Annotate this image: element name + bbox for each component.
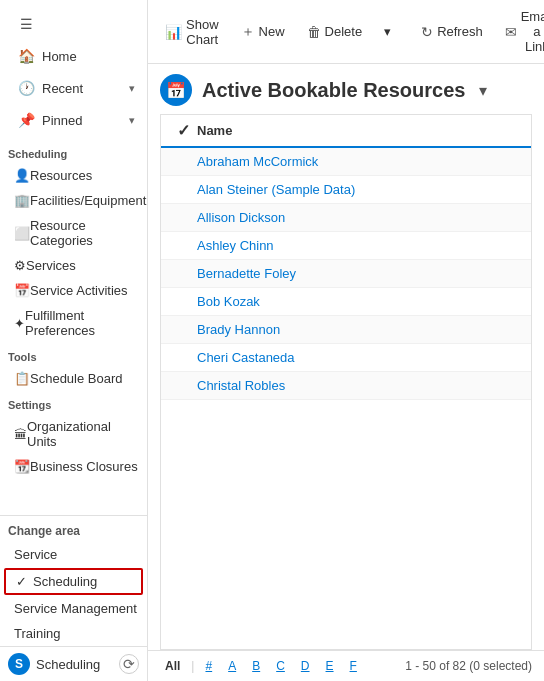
row-name[interactable]: Ashley Chinn [197, 238, 274, 253]
schedule-board-icon: 📋 [14, 371, 30, 386]
sidebar-item-schedule-board-label: Schedule Board [30, 371, 123, 386]
service-label: Service [14, 547, 57, 562]
sidebar-item-resources-label: Resources [30, 168, 92, 183]
hamburger-menu[interactable]: ☰ [8, 8, 143, 40]
row-name[interactable]: Cheri Castaneda [197, 350, 295, 365]
page-header: 📅 Active Bookable Resources ▾ [148, 64, 544, 114]
nav-recent-label: Recent [42, 81, 83, 96]
column-name-header: Name [197, 123, 232, 138]
sidebar-item-resource-categories[interactable]: ⬜ Resource Categories [0, 213, 147, 253]
training-label: Training [14, 626, 60, 641]
business-closures-icon: 📆 [14, 459, 30, 474]
email-link-label: Email a Link [521, 9, 544, 54]
table-row[interactable]: Allison Dickson [161, 204, 531, 232]
chart-icon: 📊 [165, 24, 182, 40]
filter-b-button[interactable]: B [247, 657, 265, 675]
filter-c-button[interactable]: C [271, 657, 290, 675]
table-row[interactable]: Alan Steiner (Sample Data) [161, 176, 531, 204]
sidebar-top: ☰ 🏠 Home 🕐 Recent ▾ 📌 Pinned ▾ [0, 0, 147, 140]
sidebar-bottom: Change area Service ✓ Scheduling Service… [0, 515, 147, 681]
sidebar-item-business-closures[interactable]: 📆 Business Closures [0, 454, 147, 479]
area-item-service-management[interactable]: Service Management [0, 596, 147, 621]
main-content: 📊 Show Chart ＋ New 🗑 Delete ▾ ↻ Refresh … [148, 0, 544, 681]
pagination-bar: All | # A B C D E F 1 - 50 of 82 (0 sele… [148, 650, 544, 681]
table-row[interactable]: Bob Kozak [161, 288, 531, 316]
refresh-button[interactable]: ↻ Refresh [412, 19, 492, 45]
new-label: New [259, 24, 285, 39]
row-name[interactable]: Brady Hannon [197, 322, 280, 337]
data-table: ✓ Name Abraham McCormick Alan Steiner (S… [160, 114, 532, 650]
table-row[interactable]: Cheri Castaneda [161, 344, 531, 372]
header-check-col: ✓ [169, 121, 197, 140]
page-title-chevron-icon[interactable]: ▾ [479, 81, 487, 100]
header-checkmark-icon: ✓ [177, 121, 190, 140]
facilities-icon: 🏢 [14, 193, 30, 208]
table-row[interactable]: Abraham McCormick [161, 148, 531, 176]
row-name[interactable]: Abraham McCormick [197, 154, 318, 169]
sidebar-item-fulfillment-preferences[interactable]: ✦ Fulfillment Preferences [0, 303, 147, 343]
scheduling-area-label: Scheduling [33, 574, 97, 589]
service-activities-icon: 📅 [14, 283, 30, 298]
table-header-row: ✓ Name [161, 115, 531, 148]
recent-icon: 🕐 [16, 78, 36, 98]
expand-icon[interactable]: ⟳ [119, 654, 139, 674]
change-area-label: Change area [0, 516, 147, 542]
sidebar-item-resources[interactable]: 👤 Resources [0, 163, 147, 188]
email-icon: ✉ [505, 24, 517, 40]
row-name[interactable]: Bob Kozak [197, 294, 260, 309]
scheduling-avatar: S [8, 653, 30, 675]
refresh-label: Refresh [437, 24, 483, 39]
sidebar-item-schedule-board[interactable]: 📋 Schedule Board [0, 366, 147, 391]
email-link-button[interactable]: ✉ Email a Link [496, 4, 544, 59]
pin-icon: 📌 [16, 110, 36, 130]
filter-f-button[interactable]: F [345, 657, 362, 675]
page-icon-glyph: 📅 [166, 81, 186, 100]
nav-recent[interactable]: 🕐 Recent ▾ [8, 72, 143, 104]
nav-home[interactable]: 🏠 Home [8, 40, 143, 72]
check-icon: ✓ [16, 574, 27, 589]
filter-a-button[interactable]: A [223, 657, 241, 675]
row-name[interactable]: Allison Dickson [197, 210, 285, 225]
area-item-scheduling[interactable]: ✓ Scheduling [4, 568, 143, 595]
table-row[interactable]: Ashley Chinn [161, 232, 531, 260]
sidebar-item-service-activities[interactable]: 📅 Service Activities [0, 278, 147, 303]
delete-button[interactable]: 🗑 Delete [298, 19, 372, 45]
resource-categories-icon: ⬜ [14, 226, 30, 241]
sidebar-item-business-closures-label: Business Closures [30, 459, 138, 474]
sidebar-item-facilities-label: Facilities/Equipment [30, 193, 146, 208]
delete-icon: 🗑 [307, 24, 321, 40]
table-row[interactable]: Brady Hannon [161, 316, 531, 344]
home-icon: 🏠 [16, 46, 36, 66]
sidebar-item-facilities[interactable]: 🏢 Facilities/Equipment [0, 188, 147, 213]
show-chart-label: Show Chart [186, 17, 219, 47]
settings-section-header: Settings [0, 391, 147, 414]
filter-hash-button[interactable]: # [200, 657, 217, 675]
alpha-sep: | [191, 659, 194, 673]
delete-dropdown-button[interactable]: ▾ [375, 19, 400, 44]
show-chart-button[interactable]: 📊 Show Chart [156, 12, 228, 52]
dropdown-chevron-icon: ▾ [384, 24, 391, 39]
recent-chevron-icon: ▾ [129, 82, 135, 95]
sidebar-item-org-units-label: Organizational Units [27, 419, 139, 449]
delete-label: Delete [325, 24, 363, 39]
row-name[interactable]: Alan Steiner (Sample Data) [197, 182, 355, 197]
area-item-training[interactable]: Training [0, 621, 147, 646]
area-item-service[interactable]: Service [0, 542, 147, 567]
filter-e-button[interactable]: E [321, 657, 339, 675]
row-name[interactable]: Bernadette Foley [197, 266, 296, 281]
table-row[interactable]: Christal Robles [161, 372, 531, 400]
table-row[interactable]: Bernadette Foley [161, 260, 531, 288]
sidebar-item-org-units[interactable]: 🏛 Organizational Units [0, 414, 147, 454]
hamburger-icon: ☰ [16, 14, 36, 34]
page-icon: 📅 [160, 74, 192, 106]
sidebar-item-services[interactable]: ⚙ Services [0, 253, 147, 278]
filter-all-button[interactable]: All [160, 657, 185, 675]
refresh-icon: ↻ [421, 24, 433, 40]
new-button[interactable]: ＋ New [232, 18, 294, 46]
plus-icon: ＋ [241, 23, 255, 41]
row-name[interactable]: Christal Robles [197, 378, 285, 393]
nav-pinned[interactable]: 📌 Pinned ▾ [8, 104, 143, 136]
page-title: Active Bookable Resources [202, 79, 465, 102]
filter-d-button[interactable]: D [296, 657, 315, 675]
scheduling-bottom-bar[interactable]: S Scheduling ⟳ [0, 646, 147, 681]
